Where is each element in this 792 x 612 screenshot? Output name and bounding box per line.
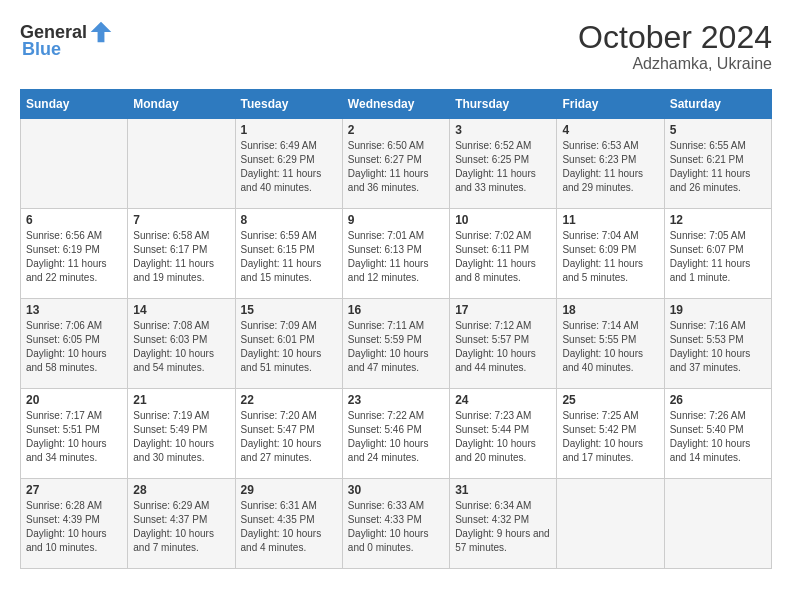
- calendar-cell: 29Sunrise: 6:31 AM Sunset: 4:35 PM Dayli…: [235, 479, 342, 569]
- calendar-cell: 7Sunrise: 6:58 AM Sunset: 6:17 PM Daylig…: [128, 209, 235, 299]
- day-content: Sunrise: 6:52 AM Sunset: 6:25 PM Dayligh…: [455, 139, 551, 195]
- calendar-cell: 12Sunrise: 7:05 AM Sunset: 6:07 PM Dayli…: [664, 209, 771, 299]
- day-number: 17: [455, 303, 551, 317]
- day-number: 9: [348, 213, 444, 227]
- calendar-cell: 5Sunrise: 6:55 AM Sunset: 6:21 PM Daylig…: [664, 119, 771, 209]
- calendar-cell: 4Sunrise: 6:53 AM Sunset: 6:23 PM Daylig…: [557, 119, 664, 209]
- calendar-cell: 26Sunrise: 7:26 AM Sunset: 5:40 PM Dayli…: [664, 389, 771, 479]
- day-content: Sunrise: 7:17 AM Sunset: 5:51 PM Dayligh…: [26, 409, 122, 465]
- day-content: Sunrise: 6:31 AM Sunset: 4:35 PM Dayligh…: [241, 499, 337, 555]
- calendar-header: SundayMondayTuesdayWednesdayThursdayFrid…: [21, 90, 772, 119]
- day-number: 28: [133, 483, 229, 497]
- calendar-week-row: 6Sunrise: 6:56 AM Sunset: 6:19 PM Daylig…: [21, 209, 772, 299]
- day-number: 14: [133, 303, 229, 317]
- calendar-cell: 11Sunrise: 7:04 AM Sunset: 6:09 PM Dayli…: [557, 209, 664, 299]
- day-number: 30: [348, 483, 444, 497]
- day-content: Sunrise: 6:33 AM Sunset: 4:33 PM Dayligh…: [348, 499, 444, 555]
- day-number: 8: [241, 213, 337, 227]
- calendar-cell: [557, 479, 664, 569]
- day-number: 20: [26, 393, 122, 407]
- day-number: 10: [455, 213, 551, 227]
- day-content: Sunrise: 6:58 AM Sunset: 6:17 PM Dayligh…: [133, 229, 229, 285]
- calendar-cell: 22Sunrise: 7:20 AM Sunset: 5:47 PM Dayli…: [235, 389, 342, 479]
- day-number: 5: [670, 123, 766, 137]
- calendar-cell: 15Sunrise: 7:09 AM Sunset: 6:01 PM Dayli…: [235, 299, 342, 389]
- calendar-cell: 14Sunrise: 7:08 AM Sunset: 6:03 PM Dayli…: [128, 299, 235, 389]
- day-content: Sunrise: 7:05 AM Sunset: 6:07 PM Dayligh…: [670, 229, 766, 285]
- calendar-cell: 20Sunrise: 7:17 AM Sunset: 5:51 PM Dayli…: [21, 389, 128, 479]
- calendar-cell: 21Sunrise: 7:19 AM Sunset: 5:49 PM Dayli…: [128, 389, 235, 479]
- calendar-cell: 13Sunrise: 7:06 AM Sunset: 6:05 PM Dayli…: [21, 299, 128, 389]
- day-number: 1: [241, 123, 337, 137]
- day-number: 11: [562, 213, 658, 227]
- calendar-cell: [21, 119, 128, 209]
- calendar-cell: 23Sunrise: 7:22 AM Sunset: 5:46 PM Dayli…: [342, 389, 449, 479]
- day-number: 21: [133, 393, 229, 407]
- calendar-cell: 3Sunrise: 6:52 AM Sunset: 6:25 PM Daylig…: [450, 119, 557, 209]
- day-content: Sunrise: 7:12 AM Sunset: 5:57 PM Dayligh…: [455, 319, 551, 375]
- day-content: Sunrise: 7:16 AM Sunset: 5:53 PM Dayligh…: [670, 319, 766, 375]
- location: Adzhamka, Ukraine: [578, 55, 772, 73]
- day-number: 22: [241, 393, 337, 407]
- calendar-cell: 10Sunrise: 7:02 AM Sunset: 6:11 PM Dayli…: [450, 209, 557, 299]
- day-content: Sunrise: 7:09 AM Sunset: 6:01 PM Dayligh…: [241, 319, 337, 375]
- calendar-cell: 27Sunrise: 6:28 AM Sunset: 4:39 PM Dayli…: [21, 479, 128, 569]
- calendar-week-row: 1Sunrise: 6:49 AM Sunset: 6:29 PM Daylig…: [21, 119, 772, 209]
- calendar-week-row: 27Sunrise: 6:28 AM Sunset: 4:39 PM Dayli…: [21, 479, 772, 569]
- calendar-body: 1Sunrise: 6:49 AM Sunset: 6:29 PM Daylig…: [21, 119, 772, 569]
- day-number: 31: [455, 483, 551, 497]
- calendar-week-row: 13Sunrise: 7:06 AM Sunset: 6:05 PM Dayli…: [21, 299, 772, 389]
- day-content: Sunrise: 6:50 AM Sunset: 6:27 PM Dayligh…: [348, 139, 444, 195]
- day-content: Sunrise: 6:56 AM Sunset: 6:19 PM Dayligh…: [26, 229, 122, 285]
- header-row: SundayMondayTuesdayWednesdayThursdayFrid…: [21, 90, 772, 119]
- day-content: Sunrise: 6:29 AM Sunset: 4:37 PM Dayligh…: [133, 499, 229, 555]
- day-content: Sunrise: 6:34 AM Sunset: 4:32 PM Dayligh…: [455, 499, 551, 555]
- day-number: 15: [241, 303, 337, 317]
- day-number: 7: [133, 213, 229, 227]
- day-number: 12: [670, 213, 766, 227]
- logo-blue: Blue: [22, 40, 61, 58]
- header-thursday: Thursday: [450, 90, 557, 119]
- header-friday: Friday: [557, 90, 664, 119]
- calendar-cell: 1Sunrise: 6:49 AM Sunset: 6:29 PM Daylig…: [235, 119, 342, 209]
- day-content: Sunrise: 7:06 AM Sunset: 6:05 PM Dayligh…: [26, 319, 122, 375]
- calendar-cell: 25Sunrise: 7:25 AM Sunset: 5:42 PM Dayli…: [557, 389, 664, 479]
- day-number: 27: [26, 483, 122, 497]
- calendar-cell: 6Sunrise: 6:56 AM Sunset: 6:19 PM Daylig…: [21, 209, 128, 299]
- day-content: Sunrise: 6:28 AM Sunset: 4:39 PM Dayligh…: [26, 499, 122, 555]
- day-content: Sunrise: 6:49 AM Sunset: 6:29 PM Dayligh…: [241, 139, 337, 195]
- day-content: Sunrise: 7:20 AM Sunset: 5:47 PM Dayligh…: [241, 409, 337, 465]
- logo-icon: [89, 20, 113, 44]
- day-number: 6: [26, 213, 122, 227]
- svg-marker-0: [91, 22, 112, 43]
- day-content: Sunrise: 6:55 AM Sunset: 6:21 PM Dayligh…: [670, 139, 766, 195]
- day-number: 26: [670, 393, 766, 407]
- header-wednesday: Wednesday: [342, 90, 449, 119]
- day-number: 4: [562, 123, 658, 137]
- day-content: Sunrise: 7:22 AM Sunset: 5:46 PM Dayligh…: [348, 409, 444, 465]
- title-block: October 2024 Adzhamka, Ukraine: [578, 20, 772, 73]
- day-content: Sunrise: 7:19 AM Sunset: 5:49 PM Dayligh…: [133, 409, 229, 465]
- calendar-week-row: 20Sunrise: 7:17 AM Sunset: 5:51 PM Dayli…: [21, 389, 772, 479]
- day-content: Sunrise: 7:23 AM Sunset: 5:44 PM Dayligh…: [455, 409, 551, 465]
- day-number: 24: [455, 393, 551, 407]
- header-tuesday: Tuesday: [235, 90, 342, 119]
- calendar-cell: 30Sunrise: 6:33 AM Sunset: 4:33 PM Dayli…: [342, 479, 449, 569]
- day-content: Sunrise: 6:53 AM Sunset: 6:23 PM Dayligh…: [562, 139, 658, 195]
- calendar-cell: 18Sunrise: 7:14 AM Sunset: 5:55 PM Dayli…: [557, 299, 664, 389]
- month-year: October 2024: [578, 20, 772, 55]
- day-number: 13: [26, 303, 122, 317]
- logo: General Blue: [20, 20, 113, 58]
- day-content: Sunrise: 7:01 AM Sunset: 6:13 PM Dayligh…: [348, 229, 444, 285]
- calendar-cell: 16Sunrise: 7:11 AM Sunset: 5:59 PM Dayli…: [342, 299, 449, 389]
- day-content: Sunrise: 7:14 AM Sunset: 5:55 PM Dayligh…: [562, 319, 658, 375]
- calendar-cell: [128, 119, 235, 209]
- day-content: Sunrise: 7:25 AM Sunset: 5:42 PM Dayligh…: [562, 409, 658, 465]
- day-content: Sunrise: 7:02 AM Sunset: 6:11 PM Dayligh…: [455, 229, 551, 285]
- day-number: 18: [562, 303, 658, 317]
- header-monday: Monday: [128, 90, 235, 119]
- page-header: General Blue October 2024 Adzhamka, Ukra…: [20, 20, 772, 73]
- day-number: 29: [241, 483, 337, 497]
- day-number: 3: [455, 123, 551, 137]
- day-content: Sunrise: 6:59 AM Sunset: 6:15 PM Dayligh…: [241, 229, 337, 285]
